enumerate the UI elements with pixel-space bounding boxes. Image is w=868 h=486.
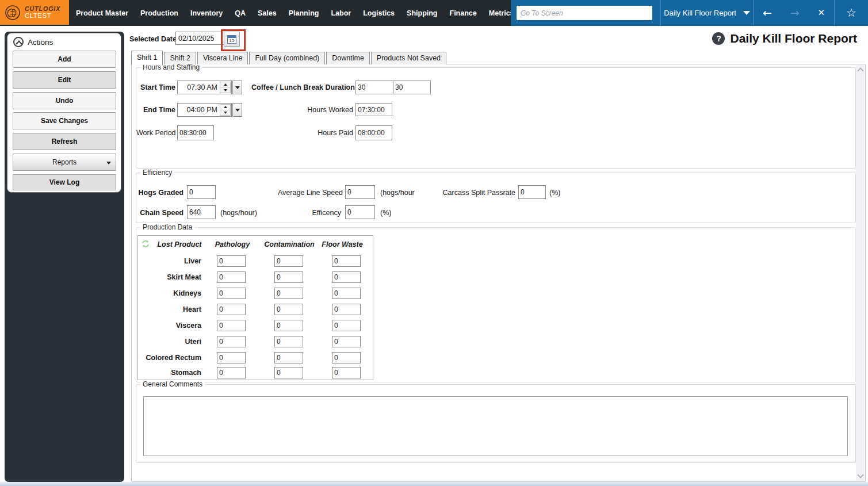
hours-paid-input[interactable] [355, 125, 392, 140]
hours-paid-label: Hours Paid [300, 129, 353, 137]
collapse-panel-icon[interactable] [13, 37, 24, 47]
menu-product-master[interactable]: Product Master [76, 9, 128, 17]
row-label-heart: Heart [138, 305, 201, 313]
edit-button[interactable]: Edit [13, 71, 116, 89]
start-time-spinner[interactable] [220, 82, 231, 93]
end-time-label: End Time [139, 106, 175, 114]
end-time-picker[interactable]: 04:00 PM [177, 103, 232, 117]
calendar-picker-button[interactable]: 15 [224, 32, 240, 47]
refresh-icon[interactable] [141, 239, 150, 248]
vertical-scrollbar[interactable] [856, 65, 865, 481]
add-button[interactable]: Add [13, 51, 116, 68]
back-arrow-icon[interactable]: ← [763, 0, 772, 26]
environment-name: CLTEST [25, 12, 60, 19]
selected-date-input[interactable] [175, 32, 224, 45]
col-contamination: Contamination [261, 240, 318, 248]
end-time-dropdown-button[interactable] [232, 103, 242, 117]
start-time-dropdown-button[interactable] [232, 81, 242, 94]
heart-pathology-input[interactable] [217, 304, 246, 315]
tab-full-day-combined[interactable]: Full Day (combined) [249, 52, 325, 64]
hours-worked-input[interactable] [355, 103, 392, 116]
tab-shift-1[interactable]: Shift 1 [131, 51, 163, 65]
tab-viscera-line[interactable]: Viscera Line [197, 52, 248, 64]
colored-rectum-floor-waste-input[interactable] [332, 352, 361, 363]
menu-finance[interactable]: Finance [450, 9, 477, 17]
close-icon[interactable]: ✕ [817, 0, 825, 26]
stomach-floor-waste-input[interactable] [332, 367, 361, 378]
tab-shift-2[interactable]: Shift 2 [164, 52, 196, 64]
end-time-value: 04:00 PM [186, 106, 217, 114]
chain-speed-input[interactable] [187, 205, 216, 219]
liver-pathology-input[interactable] [217, 255, 246, 267]
hogs-graded-input[interactable] [187, 185, 216, 199]
refresh-button[interactable]: Refresh [13, 133, 116, 150]
uteri-contamination-input[interactable] [274, 336, 303, 347]
start-time-picker[interactable]: 07:30 AM [177, 81, 232, 94]
work-period-input[interactable] [177, 125, 214, 140]
menu-planning[interactable]: Planning [289, 9, 319, 17]
tab-products-not-saved[interactable]: Products Not Saved [371, 52, 446, 64]
col-lost-product: Lost Product [154, 240, 205, 248]
chain-speed-label: Chain Speed [136, 209, 183, 217]
menu-logistics[interactable]: Logistics [363, 9, 395, 17]
calendar-icon: 15 [227, 35, 236, 44]
skirt-meat-floor-waste-input[interactable] [332, 271, 361, 283]
viscera-contamination-input[interactable] [274, 320, 303, 331]
uteri-floor-waste-input[interactable] [332, 336, 361, 347]
row-label-colored-rectum: Colored Rectum [138, 354, 201, 362]
end-time-spinner[interactable] [220, 104, 231, 116]
top-bar: CUTLOGIX CLTEST Product Master Productio… [0, 0, 868, 26]
liver-contamination-input[interactable] [274, 255, 303, 267]
efficency-label: Efficency [278, 209, 341, 217]
general-comments-textarea[interactable] [143, 396, 848, 456]
kidneys-contamination-input[interactable] [274, 288, 303, 299]
selected-date-label: Selected Date [129, 35, 177, 43]
efficency-unit: (%) [380, 209, 391, 217]
menu-production[interactable]: Production [140, 9, 178, 17]
kidneys-pathology-input[interactable] [217, 288, 246, 299]
avg-line-speed-label: Average Line Speed [278, 189, 341, 197]
screen-selector-value: Daily Kill Floor Report [664, 9, 736, 17]
viscera-floor-waste-input[interactable] [332, 320, 361, 331]
menu-labor[interactable]: Labor [331, 9, 351, 17]
view-log-button[interactable]: View Log [13, 174, 116, 190]
production-data-group: Production Data Lost Product Pathology C… [136, 227, 856, 382]
menu-sales[interactable]: Sales [258, 9, 277, 17]
menu-shipping[interactable]: Shipping [407, 9, 437, 17]
help-icon[interactable]: ? [712, 32, 725, 45]
undo-button[interactable]: Undo [13, 92, 116, 109]
heart-contamination-input[interactable] [274, 304, 303, 315]
viscera-pathology-input[interactable] [217, 320, 246, 331]
lunch-break-input[interactable] [393, 81, 431, 94]
colored-rectum-contamination-input[interactable] [274, 352, 303, 363]
menu-qa[interactable]: QA [235, 9, 246, 17]
uteri-pathology-input[interactable] [217, 336, 246, 347]
heart-floor-waste-input[interactable] [332, 304, 361, 315]
skirt-meat-pathology-input[interactable] [217, 271, 246, 283]
screen-selector-dropdown[interactable]: Daily Kill Floor Report [661, 0, 753, 26]
kidneys-floor-waste-input[interactable] [332, 288, 361, 299]
coffee-break-input[interactable] [355, 81, 393, 94]
forward-arrow-icon[interactable]: → [790, 0, 800, 26]
reports-dropdown-button[interactable]: Reports [13, 154, 116, 171]
liver-floor-waste-input[interactable] [332, 255, 361, 267]
carcass-split-input[interactable] [518, 185, 546, 199]
stomach-pathology-input[interactable] [217, 367, 246, 378]
favorite-star-icon[interactable]: ☆ [846, 0, 856, 26]
scroll-down-icon[interactable] [857, 472, 863, 478]
tab-downtime[interactable]: Downtime [326, 52, 370, 64]
menu-inventory[interactable]: Inventory [190, 9, 223, 17]
hours-staffing-group: Hours and Staffing Start Time 07:30 AM C… [136, 67, 856, 169]
menu-metrics[interactable]: Metrics [489, 9, 514, 17]
skirt-meat-contamination-input[interactable] [274, 271, 303, 283]
stomach-contamination-input[interactable] [274, 367, 303, 378]
efficency-input[interactable] [345, 205, 375, 219]
colored-rectum-pathology-input[interactable] [217, 352, 246, 363]
row-label-liver: Liver [138, 257, 201, 265]
go-to-screen-input[interactable] [517, 6, 652, 20]
save-changes-button[interactable]: Save Changes [13, 112, 116, 129]
row-label-uteri: Uteri [138, 338, 201, 346]
avg-line-speed-input[interactable] [345, 185, 375, 199]
production-data-legend: Production Data [140, 223, 194, 231]
scroll-up-icon[interactable] [857, 67, 863, 74]
